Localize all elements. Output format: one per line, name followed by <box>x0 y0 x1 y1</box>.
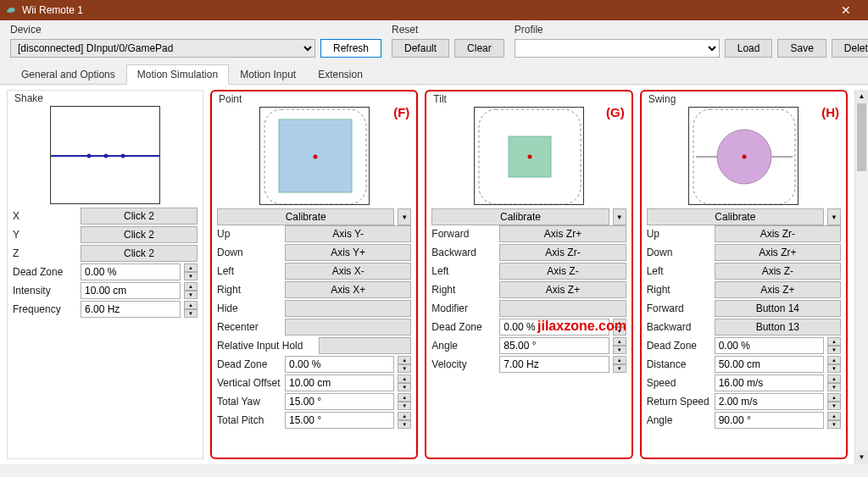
calibrate-dropdown[interactable]: ▼ <box>827 208 841 225</box>
spinner-up[interactable]: ▲ <box>827 393 841 402</box>
tab-extension[interactable]: Extension <box>307 64 374 84</box>
spinner[interactable]: ▲▼ <box>827 374 841 391</box>
profile-select[interactable] <box>515 39 720 58</box>
numeric-field[interactable]: 0.00 % <box>81 263 181 280</box>
close-button[interactable]: ✕ <box>829 3 863 17</box>
vertical-scrollbar[interactable]: ▲ ▼ <box>854 90 868 464</box>
mapping-button[interactable]: Axis Z- <box>499 263 626 280</box>
refresh-button[interactable]: Refresh <box>320 39 381 58</box>
mapping-button[interactable]: Axis Zr- <box>715 225 841 242</box>
numeric-field[interactable]: 10.00 cm <box>285 374 394 391</box>
spinner-down[interactable]: ▼ <box>398 402 411 410</box>
numeric-field[interactable]: 16.00 m/s <box>715 374 824 391</box>
numeric-field[interactable]: 15.00 ° <box>285 412 394 429</box>
mapping-button[interactable]: Axis Z- <box>715 263 841 280</box>
spinner-up[interactable]: ▲ <box>398 374 411 383</box>
spinner[interactable]: ▲▼ <box>827 393 841 410</box>
numeric-field[interactable]: 0.00 % <box>285 356 394 373</box>
spinner-down[interactable]: ▼ <box>827 420 841 429</box>
spinner-up[interactable]: ▲ <box>827 374 841 383</box>
spinner[interactable]: ▲▼ <box>184 263 198 280</box>
scroll-down-arrow[interactable]: ▼ <box>855 451 868 464</box>
tab-general[interactable]: General and Options <box>10 64 126 84</box>
numeric-field[interactable]: 85.00 ° <box>499 337 609 354</box>
spinner-up[interactable]: ▲ <box>613 319 626 327</box>
numeric-field[interactable]: 0.00 % <box>499 319 609 336</box>
mapping-button[interactable]: Click 2 <box>81 208 198 225</box>
numeric-field[interactable]: 15.00 ° <box>285 393 394 410</box>
spinner[interactable]: ▲▼ <box>398 412 411 429</box>
mapping-button[interactable]: Click 2 <box>81 226 198 243</box>
mapping-button[interactable] <box>285 319 411 336</box>
spinner-down[interactable]: ▼ <box>184 272 198 280</box>
numeric-field[interactable]: 6.00 Hz <box>81 301 181 318</box>
spinner-down[interactable]: ▼ <box>827 364 841 373</box>
clear-button[interactable]: Clear <box>454 39 504 58</box>
numeric-field[interactable]: 10.00 cm <box>81 282 181 299</box>
spinner-down[interactable]: ▼ <box>184 309 198 318</box>
calibrate-button[interactable]: Calibrate <box>647 208 824 225</box>
mapping-button[interactable] <box>285 300 411 317</box>
spinner-down[interactable]: ▼ <box>613 327 626 336</box>
scroll-up-arrow[interactable]: ▲ <box>855 90 868 103</box>
spinner-down[interactable]: ▼ <box>827 402 841 410</box>
spinner-down[interactable]: ▼ <box>613 364 626 373</box>
spinner[interactable]: ▲▼ <box>827 337 841 354</box>
mapping-button[interactable]: Button 13 <box>715 319 841 336</box>
spinner-down[interactable]: ▼ <box>613 346 626 354</box>
mapping-button[interactable] <box>319 337 411 354</box>
spinner-down[interactable]: ▼ <box>827 346 841 354</box>
mapping-button[interactable] <box>499 300 626 317</box>
mapping-button[interactable]: Click 2 <box>81 245 198 262</box>
mapping-button[interactable]: Axis Y+ <box>285 244 411 261</box>
mapping-button[interactable]: Axis Z+ <box>715 281 841 298</box>
tab-motion-simulation[interactable]: Motion Simulation <box>126 64 229 85</box>
spinner-up[interactable]: ▲ <box>398 393 411 402</box>
spinner[interactable]: ▲▼ <box>827 412 841 429</box>
spinner-up[interactable]: ▲ <box>613 356 626 364</box>
spinner[interactable]: ▲▼ <box>613 319 626 336</box>
mapping-button[interactable]: Axis Zr+ <box>715 244 841 261</box>
mapping-button[interactable]: Axis X- <box>285 263 411 280</box>
device-select[interactable]: [disconnected] DInput/0/GamePad <box>10 39 315 58</box>
scroll-thumb[interactable] <box>857 103 866 171</box>
spinner-up[interactable]: ▲ <box>184 301 198 309</box>
spinner-up[interactable]: ▲ <box>827 412 841 420</box>
numeric-field[interactable]: 0.00 % <box>715 337 824 354</box>
spinner[interactable]: ▲▼ <box>398 374 411 391</box>
numeric-field[interactable]: 50.00 cm <box>715 356 824 373</box>
load-button[interactable]: Load <box>725 39 773 58</box>
spinner-down[interactable]: ▼ <box>398 420 411 429</box>
spinner[interactable]: ▲▼ <box>184 301 198 318</box>
delete-button[interactable]: Delete <box>832 39 868 58</box>
spinner-up[interactable]: ▲ <box>398 412 411 420</box>
mapping-button[interactable]: Axis Zr- <box>499 244 626 261</box>
spinner-up[interactable]: ▲ <box>827 337 841 346</box>
mapping-button[interactable]: Axis Zr+ <box>499 225 626 242</box>
numeric-field[interactable]: 2.00 m/s <box>715 393 824 410</box>
spinner[interactable]: ▲▼ <box>398 356 411 373</box>
spinner-down[interactable]: ▼ <box>398 364 411 373</box>
calibrate-dropdown[interactable]: ▼ <box>398 208 411 225</box>
spinner-down[interactable]: ▼ <box>827 383 841 391</box>
mapping-button[interactable]: Axis X+ <box>285 281 411 298</box>
numeric-field[interactable]: 90.00 ° <box>715 412 824 429</box>
save-button[interactable]: Save <box>777 39 826 58</box>
calibrate-dropdown[interactable]: ▼ <box>613 208 626 225</box>
mapping-button[interactable]: Button 14 <box>715 300 841 317</box>
spinner-down[interactable]: ▼ <box>398 383 411 391</box>
calibrate-button[interactable]: Calibrate <box>217 208 394 225</box>
spinner[interactable]: ▲▼ <box>827 356 841 373</box>
mapping-button[interactable]: Axis Y- <box>285 225 411 242</box>
spinner-up[interactable]: ▲ <box>613 337 626 346</box>
spinner-up[interactable]: ▲ <box>184 282 198 291</box>
mapping-button[interactable]: Axis Z+ <box>499 281 626 298</box>
spinner-up[interactable]: ▲ <box>827 356 841 364</box>
spinner-up[interactable]: ▲ <box>184 263 198 272</box>
calibrate-button[interactable]: Calibrate <box>431 208 609 225</box>
spinner[interactable]: ▲▼ <box>184 282 198 299</box>
spinner-down[interactable]: ▼ <box>184 291 198 299</box>
numeric-field[interactable]: 7.00 Hz <box>499 356 609 373</box>
spinner[interactable]: ▲▼ <box>398 393 411 410</box>
spinner-up[interactable]: ▲ <box>398 356 411 364</box>
